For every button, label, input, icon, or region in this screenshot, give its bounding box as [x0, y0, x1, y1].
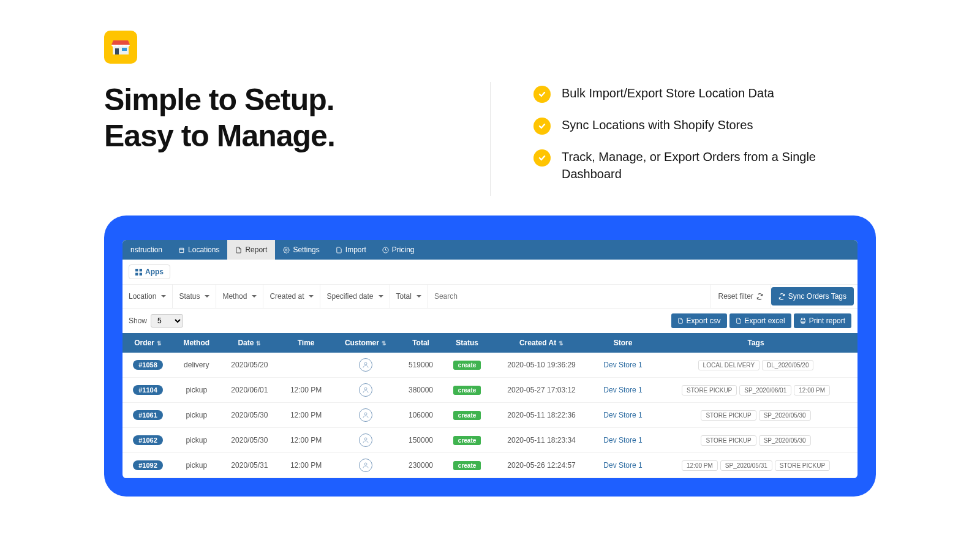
- store-link[interactable]: Dev Store 1: [603, 361, 642, 369]
- cell-date: 2020/05/30: [219, 403, 279, 428]
- col-store[interactable]: Store: [592, 333, 654, 353]
- tag: SP_2020/05/30: [759, 435, 811, 446]
- orders-table: OrderMethodDateTimeCustomerTotalStatusCr…: [123, 333, 858, 478]
- cell-customer[interactable]: [333, 403, 399, 428]
- order-link[interactable]: #1062: [133, 435, 163, 445]
- store-link[interactable]: Dev Store 1: [603, 411, 642, 419]
- cell-method: pickup: [173, 453, 219, 478]
- table-row: #1062pickup2020/05/3012:00 PM150000creat…: [123, 428, 858, 453]
- col-method[interactable]: Method: [173, 333, 219, 353]
- customer-avatar-icon: [359, 383, 372, 397]
- tag: DL_2020/05/20: [762, 360, 813, 370]
- cell-total: 106000: [399, 403, 443, 428]
- cell-method: pickup: [173, 378, 219, 403]
- col-total[interactable]: Total: [399, 333, 443, 353]
- tag: SP_2020/05/30: [759, 410, 811, 421]
- customer-avatar-icon: [359, 408, 372, 422]
- order-link[interactable]: #1092: [133, 460, 163, 470]
- nav-tab-settings[interactable]: Settings: [275, 240, 327, 260]
- store-link[interactable]: Dev Store 1: [603, 436, 642, 444]
- nav-tab-import[interactable]: Import: [328, 240, 374, 260]
- order-link[interactable]: #1058: [133, 360, 163, 370]
- bullet-text: Track, Manage, or Export Orders from a S…: [562, 148, 876, 182]
- cell-method: pickup: [173, 428, 219, 453]
- print-report-button[interactable]: Print report: [794, 313, 851, 328]
- store-link[interactable]: Dev Store 1: [603, 461, 642, 470]
- apps-button[interactable]: Apps: [129, 264, 170, 279]
- cell-total: 150000: [399, 428, 443, 453]
- svg-point-14: [364, 413, 367, 415]
- tag: SP_2020/06/01: [739, 385, 791, 395]
- navbar: nstructionLocationsReportSettingsImportP…: [123, 240, 858, 260]
- tag-list: 12:00 PMSP_2020/05/31STORE PICKUP: [659, 460, 853, 471]
- cell-time: 12:00 PM: [279, 453, 333, 478]
- check-icon: [533, 86, 551, 103]
- search-input[interactable]: [428, 285, 711, 308]
- tag: 12:00 PM: [794, 385, 830, 395]
- cell-time: 12:00 PM: [279, 378, 333, 403]
- cell-customer[interactable]: [333, 353, 399, 378]
- svg-point-16: [364, 463, 367, 465]
- cell-date: 2020/05/31: [219, 453, 279, 478]
- order-link[interactable]: #1104: [133, 385, 163, 395]
- cell-customer[interactable]: [333, 453, 399, 478]
- nav-tab-report[interactable]: Report: [227, 240, 275, 260]
- app-window: nstructionLocationsReportSettingsImportP…: [123, 240, 858, 478]
- col-status[interactable]: Status: [443, 333, 491, 353]
- app-logo-icon: [104, 31, 137, 64]
- reset-filter-button[interactable]: Reset filter: [710, 285, 771, 308]
- headline: Simple to Setup. Easy to Manage.: [104, 82, 447, 196]
- cell-method: delivery: [173, 353, 219, 378]
- filter-specified-date[interactable]: Specified date: [320, 285, 390, 308]
- col-created-at[interactable]: Created At: [491, 333, 592, 353]
- nav-tab-locations[interactable]: Locations: [170, 240, 227, 260]
- cell-customer[interactable]: [333, 378, 399, 403]
- customer-avatar-icon: [359, 433, 372, 447]
- check-icon: [533, 149, 551, 167]
- table-row: #1104pickup2020/06/0112:00 PM380000creat…: [123, 378, 858, 403]
- headline-line-2: Easy to Manage.: [104, 118, 447, 154]
- export-csv-button[interactable]: Export csv: [671, 313, 727, 328]
- svg-rect-5: [135, 269, 138, 271]
- filter-row: Location Status Method Created at Specif…: [123, 285, 858, 309]
- filter-total[interactable]: Total: [390, 285, 428, 308]
- svg-rect-8: [140, 272, 142, 275]
- cell-time: 12:00 PM: [279, 403, 333, 428]
- nav-tab-nstruction[interactable]: nstruction: [123, 240, 170, 260]
- show-select[interactable]: 5: [151, 314, 183, 328]
- filter-status[interactable]: Status: [173, 285, 216, 308]
- table-row: #1061pickup2020/05/3012:00 PM106000creat…: [123, 403, 858, 428]
- filter-method[interactable]: Method: [216, 285, 263, 308]
- status-badge: create: [453, 411, 481, 420]
- cell-total: 519000: [399, 353, 443, 378]
- col-time[interactable]: Time: [279, 333, 333, 353]
- tag: STORE PICKUP: [775, 460, 830, 471]
- cell-created: 2020-05-27 17:03:12: [491, 378, 592, 403]
- cell-date: 2020/05/30: [219, 428, 279, 453]
- col-tags[interactable]: Tags: [654, 333, 858, 353]
- order-link[interactable]: #1061: [133, 410, 163, 420]
- sync-orders-tags-button[interactable]: Sync Orders Tags: [771, 287, 854, 305]
- tag: STORE PICKUP: [701, 410, 756, 421]
- col-date[interactable]: Date: [219, 333, 279, 353]
- cell-time: [279, 353, 333, 378]
- cell-date: 2020/06/01: [219, 378, 279, 403]
- export-excel-button[interactable]: Export excel: [729, 313, 791, 328]
- table-row: #1092pickup2020/05/3112:00 PM230000creat…: [123, 453, 858, 478]
- cell-created: 2020-05-10 19:36:29: [491, 353, 592, 378]
- check-icon: [533, 118, 551, 135]
- tag-list: STORE PICKUPSP_2020/06/0112:00 PM: [659, 385, 853, 395]
- col-order[interactable]: Order: [123, 333, 173, 353]
- cell-customer[interactable]: [333, 428, 399, 453]
- filter-created-at[interactable]: Created at: [263, 285, 320, 308]
- table-row: #1058delivery2020/05/20519000create2020-…: [123, 353, 858, 378]
- customer-avatar-icon: [359, 358, 372, 372]
- cell-total: 380000: [399, 378, 443, 403]
- nav-tab-pricing[interactable]: Pricing: [374, 240, 423, 260]
- store-link[interactable]: Dev Store 1: [603, 386, 642, 394]
- filter-location[interactable]: Location: [123, 285, 173, 308]
- tag-list: STORE PICKUPSP_2020/05/30: [659, 435, 853, 446]
- col-customer[interactable]: Customer: [333, 333, 399, 353]
- svg-rect-2: [122, 48, 127, 51]
- svg-point-15: [364, 438, 367, 440]
